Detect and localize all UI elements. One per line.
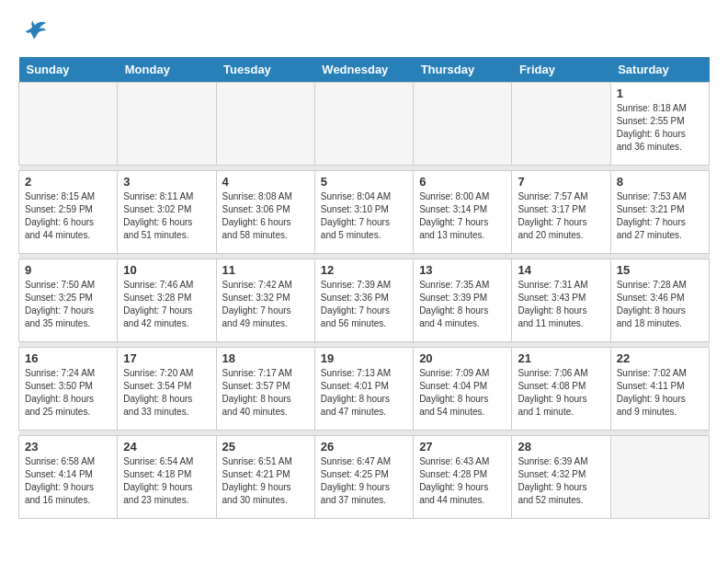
calendar-cell: 19Sunrise: 7:13 AM Sunset: 4:01 PM Dayli… xyxy=(314,348,413,431)
day-info: Sunrise: 7:28 AM Sunset: 3:46 PM Dayligh… xyxy=(617,279,703,330)
day-info: Sunrise: 7:02 AM Sunset: 4:11 PM Dayligh… xyxy=(617,367,703,419)
day-info: Sunrise: 8:04 AM Sunset: 3:10 PM Dayligh… xyxy=(321,190,407,242)
day-number: 26 xyxy=(321,440,407,454)
calendar-cell: 12Sunrise: 7:39 AM Sunset: 3:36 PM Dayli… xyxy=(314,259,413,342)
day-info: Sunrise: 7:50 AM Sunset: 3:25 PM Dayligh… xyxy=(25,279,111,330)
calendar-cell: 25Sunrise: 6:51 AM Sunset: 4:21 PM Dayli… xyxy=(216,436,314,519)
day-info: Sunrise: 7:39 AM Sunset: 3:36 PM Dayligh… xyxy=(321,279,407,330)
day-info: Sunrise: 7:35 AM Sunset: 3:39 PM Dayligh… xyxy=(419,279,506,330)
calendar-cell: 20Sunrise: 7:09 AM Sunset: 4:04 PM Dayli… xyxy=(414,348,512,431)
calendar-header-row: SundayMondayTuesdayWednesdayThursdayFrid… xyxy=(19,57,710,83)
calendar-cell xyxy=(314,83,413,166)
day-header-tuesday: Tuesday xyxy=(216,57,314,83)
day-number: 20 xyxy=(419,351,506,365)
week-row-2: 2Sunrise: 8:15 AM Sunset: 2:59 PM Daylig… xyxy=(19,171,710,254)
day-header-monday: Monday xyxy=(118,57,216,83)
week-row-3: 9Sunrise: 7:50 AM Sunset: 3:25 PM Daylig… xyxy=(19,259,710,342)
logo-bird-icon xyxy=(22,18,48,48)
calendar-cell: 27Sunrise: 6:43 AM Sunset: 4:28 PM Dayli… xyxy=(414,436,512,519)
calendar-cell: 6Sunrise: 8:00 AM Sunset: 3:14 PM Daylig… xyxy=(414,171,512,254)
day-number: 2 xyxy=(25,175,111,189)
day-number: 15 xyxy=(617,263,703,277)
calendar-cell: 16Sunrise: 7:24 AM Sunset: 3:50 PM Dayli… xyxy=(19,348,118,431)
calendar-cell xyxy=(118,83,216,166)
calendar-cell xyxy=(414,83,512,166)
calendar-cell: 1Sunrise: 8:18 AM Sunset: 2:55 PM Daylig… xyxy=(610,83,709,166)
calendar-cell: 28Sunrise: 6:39 AM Sunset: 4:32 PM Dayli… xyxy=(512,436,610,519)
day-info: Sunrise: 7:06 AM Sunset: 4:08 PM Dayligh… xyxy=(518,367,604,419)
day-info: Sunrise: 6:47 AM Sunset: 4:25 PM Dayligh… xyxy=(321,455,407,507)
day-number: 11 xyxy=(222,263,309,277)
calendar: SundayMondayTuesdayWednesdayThursdayFrid… xyxy=(18,57,710,519)
day-header-saturday: Saturday xyxy=(610,57,709,83)
day-info: Sunrise: 7:53 AM Sunset: 3:21 PM Dayligh… xyxy=(617,190,703,242)
calendar-cell: 5Sunrise: 8:04 AM Sunset: 3:10 PM Daylig… xyxy=(314,171,413,254)
day-number: 3 xyxy=(123,175,210,189)
week-row-5: 23Sunrise: 6:58 AM Sunset: 4:14 PM Dayli… xyxy=(19,436,710,519)
calendar-cell: 10Sunrise: 7:46 AM Sunset: 3:28 PM Dayli… xyxy=(118,259,216,342)
calendar-cell: 22Sunrise: 7:02 AM Sunset: 4:11 PM Dayli… xyxy=(610,348,709,431)
day-number: 27 xyxy=(419,440,506,454)
day-info: Sunrise: 7:13 AM Sunset: 4:01 PM Dayligh… xyxy=(321,367,407,419)
calendar-cell xyxy=(512,83,610,166)
calendar-cell: 3Sunrise: 8:11 AM Sunset: 3:02 PM Daylig… xyxy=(118,171,216,254)
calendar-cell: 15Sunrise: 7:28 AM Sunset: 3:46 PM Dayli… xyxy=(610,259,709,342)
day-info: Sunrise: 8:15 AM Sunset: 2:59 PM Dayligh… xyxy=(25,190,111,242)
calendar-cell: 11Sunrise: 7:42 AM Sunset: 3:32 PM Dayli… xyxy=(216,259,314,342)
day-number: 22 xyxy=(617,351,703,365)
day-info: Sunrise: 6:54 AM Sunset: 4:18 PM Dayligh… xyxy=(123,455,210,507)
day-number: 7 xyxy=(518,175,604,189)
calendar-cell: 13Sunrise: 7:35 AM Sunset: 3:39 PM Dayli… xyxy=(414,259,512,342)
calendar-cell: 17Sunrise: 7:20 AM Sunset: 3:54 PM Dayli… xyxy=(118,348,216,431)
calendar-cell: 18Sunrise: 7:17 AM Sunset: 3:57 PM Dayli… xyxy=(216,348,314,431)
day-number: 21 xyxy=(518,351,604,365)
day-number: 12 xyxy=(321,263,407,277)
calendar-cell: 23Sunrise: 6:58 AM Sunset: 4:14 PM Dayli… xyxy=(19,436,118,519)
day-info: Sunrise: 6:58 AM Sunset: 4:14 PM Dayligh… xyxy=(25,455,111,507)
day-number: 10 xyxy=(123,263,210,277)
day-number: 18 xyxy=(222,351,309,365)
day-header-thursday: Thursday xyxy=(414,57,512,83)
calendar-cell: 8Sunrise: 7:53 AM Sunset: 3:21 PM Daylig… xyxy=(610,171,709,254)
day-header-wednesday: Wednesday xyxy=(314,57,413,83)
day-number: 25 xyxy=(222,440,309,454)
day-info: Sunrise: 7:09 AM Sunset: 4:04 PM Dayligh… xyxy=(419,367,506,419)
day-info: Sunrise: 7:31 AM Sunset: 3:43 PM Dayligh… xyxy=(518,279,604,330)
day-number: 23 xyxy=(25,440,111,454)
calendar-cell xyxy=(610,436,709,519)
day-info: Sunrise: 7:17 AM Sunset: 3:57 PM Dayligh… xyxy=(222,367,309,419)
calendar-cell: 7Sunrise: 7:57 AM Sunset: 3:17 PM Daylig… xyxy=(512,171,610,254)
day-number: 28 xyxy=(518,440,604,454)
day-info: Sunrise: 8:08 AM Sunset: 3:06 PM Dayligh… xyxy=(222,190,309,242)
calendar-cell: 14Sunrise: 7:31 AM Sunset: 3:43 PM Dayli… xyxy=(512,259,610,342)
calendar-cell: 9Sunrise: 7:50 AM Sunset: 3:25 PM Daylig… xyxy=(19,259,118,342)
day-number: 24 xyxy=(123,440,210,454)
calendar-cell xyxy=(216,83,314,166)
day-info: Sunrise: 8:11 AM Sunset: 3:02 PM Dayligh… xyxy=(123,190,210,242)
calendar-cell: 24Sunrise: 6:54 AM Sunset: 4:18 PM Dayli… xyxy=(118,436,216,519)
logo xyxy=(18,18,48,48)
calendar-cell: 21Sunrise: 7:06 AM Sunset: 4:08 PM Dayli… xyxy=(512,348,610,431)
week-row-1: 1Sunrise: 8:18 AM Sunset: 2:55 PM Daylig… xyxy=(19,83,710,166)
day-info: Sunrise: 8:00 AM Sunset: 3:14 PM Dayligh… xyxy=(419,190,506,242)
day-number: 6 xyxy=(419,175,506,189)
day-info: Sunrise: 8:18 AM Sunset: 2:55 PM Dayligh… xyxy=(617,102,703,154)
page-header xyxy=(18,18,710,48)
calendar-cell: 4Sunrise: 8:08 AM Sunset: 3:06 PM Daylig… xyxy=(216,171,314,254)
day-header-sunday: Sunday xyxy=(19,57,118,83)
day-number: 1 xyxy=(617,86,703,100)
day-info: Sunrise: 6:39 AM Sunset: 4:32 PM Dayligh… xyxy=(518,455,604,507)
day-info: Sunrise: 7:57 AM Sunset: 3:17 PM Dayligh… xyxy=(518,190,604,242)
day-number: 19 xyxy=(321,351,407,365)
calendar-cell: 2Sunrise: 8:15 AM Sunset: 2:59 PM Daylig… xyxy=(19,171,118,254)
day-number: 5 xyxy=(321,175,407,189)
day-info: Sunrise: 7:24 AM Sunset: 3:50 PM Dayligh… xyxy=(25,367,111,419)
calendar-cell: 26Sunrise: 6:47 AM Sunset: 4:25 PM Dayli… xyxy=(314,436,413,519)
day-header-friday: Friday xyxy=(512,57,610,83)
week-row-4: 16Sunrise: 7:24 AM Sunset: 3:50 PM Dayli… xyxy=(19,348,710,431)
day-info: Sunrise: 7:20 AM Sunset: 3:54 PM Dayligh… xyxy=(123,367,210,419)
day-number: 14 xyxy=(518,263,604,277)
day-number: 13 xyxy=(419,263,506,277)
calendar-cell xyxy=(19,83,118,166)
day-info: Sunrise: 6:51 AM Sunset: 4:21 PM Dayligh… xyxy=(222,455,309,507)
